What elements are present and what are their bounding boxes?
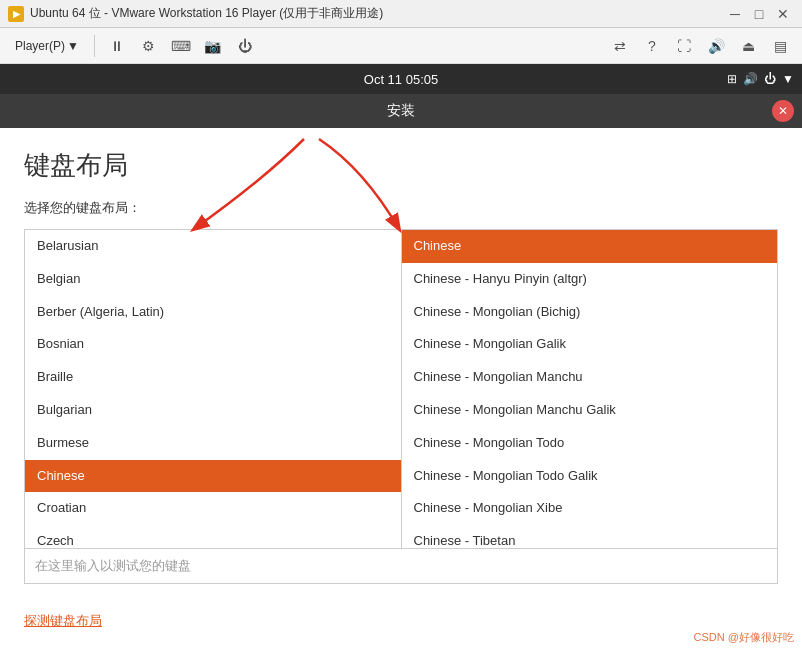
bottom-section: 探测键盘布局 (0, 604, 802, 638)
vmware-titlebar: ▶ Ubuntu 64 位 - VMware Workstation 16 Pl… (0, 0, 802, 28)
send-keys-button[interactable]: ⌨ (167, 32, 195, 60)
subtitle: 选择您的键盘布局： (24, 199, 778, 217)
layout-variant-item[interactable]: Chinese - Mongolian Todo (402, 427, 778, 460)
toolbar-separator (94, 35, 95, 57)
minimize-button[interactable]: ─ (724, 3, 746, 25)
vmware-icon: ▶ (8, 6, 24, 22)
layout-variant-item[interactable]: Chinese - Mongolian (Bichig) (402, 296, 778, 329)
layout-variant-list[interactable]: ChineseChinese - Hanyu Pinyin (altgr)Chi… (402, 230, 778, 548)
vm-settings-button[interactable]: ⚙ (135, 32, 163, 60)
vmware-title: Ubuntu 64 位 - VMware Workstation 16 Play… (30, 5, 724, 22)
list-item[interactable]: Braille (25, 361, 401, 394)
remote-button[interactable]: ⇄ (606, 32, 634, 60)
pause-button[interactable]: ⏸ (103, 32, 131, 60)
volume-icon[interactable]: 🔊 (743, 72, 758, 86)
vmware-toolbar: Player(P) ▼ ⏸ ⚙ ⌨ 📷 ⏻ ⇄ ? ⛶ 🔊 ⏏ ▤ (0, 28, 802, 64)
close-button[interactable]: ✕ (772, 3, 794, 25)
power-button[interactable]: ⏻ (231, 32, 259, 60)
layout-variant-item[interactable]: Chinese - Mongolian Todo Galik (402, 460, 778, 493)
page-title: 键盘布局 (24, 148, 778, 183)
usb-button[interactable]: ⏏ (734, 32, 762, 60)
player-menu[interactable]: Player(P) ▼ (8, 35, 86, 57)
dialog-title: 安装 (387, 102, 415, 120)
list-item[interactable]: Bulgarian (25, 394, 401, 427)
list-item[interactable]: Berber (Algeria, Latin) (25, 296, 401, 329)
system-time: Oct 11 05:05 (364, 72, 438, 87)
toolbar-right: ⇄ ? ⛶ 🔊 ⏏ ▤ (606, 32, 794, 60)
list-item[interactable]: Belgian (25, 263, 401, 296)
list-item[interactable]: Croatian (25, 492, 401, 525)
list-item[interactable]: Belarusian (25, 230, 401, 263)
system-tray: ⊞ 🔊 ⏻ ▼ (727, 72, 794, 86)
layout-variant-item[interactable]: Chinese - Tibetan (402, 525, 778, 548)
keyboard-layout-lists: BelarusianBelgianBerber (Algeria, Latin)… (24, 229, 778, 549)
keyboard-test-input[interactable]: 在这里输入以测试您的键盘 (24, 549, 778, 584)
watermark: CSDN @好像很好吃 (694, 630, 794, 645)
maximize-button[interactable]: □ (748, 3, 770, 25)
help-button[interactable]: ? (638, 32, 666, 60)
detect-keyboard-link[interactable]: 探测键盘布局 (24, 612, 102, 630)
layout-variant-list-items: ChineseChinese - Hanyu Pinyin (altgr)Chi… (402, 230, 778, 548)
list-item[interactable]: Czech (25, 525, 401, 548)
dialog-titlebar: 安装 ✕ (0, 94, 802, 128)
layout-variant-item[interactable]: Chinese - Mongolian Xibe (402, 492, 778, 525)
screenshot-button[interactable]: 📷 (199, 32, 227, 60)
dialog-close-button[interactable]: ✕ (772, 100, 794, 122)
window-controls: ─ □ ✕ (724, 3, 794, 25)
layout-variant-item[interactable]: Chinese - Mongolian Galik (402, 328, 778, 361)
audio-button[interactable]: 🔊 (702, 32, 730, 60)
ubuntu-topbar: Oct 11 05:05 ⊞ 🔊 ⏻ ▼ (0, 64, 802, 94)
layout-variant-item[interactable]: Chinese - Hanyu Pinyin (altgr) (402, 263, 778, 296)
language-list-items: BelarusianBelgianBerber (Algeria, Latin)… (25, 230, 401, 548)
sidebar-toggle[interactable]: ▤ (766, 32, 794, 60)
network-icon[interactable]: ⊞ (727, 72, 737, 86)
language-list[interactable]: BelarusianBelgianBerber (Algeria, Latin)… (25, 230, 402, 548)
list-item[interactable]: Burmese (25, 427, 401, 460)
layout-variant-item[interactable]: Chinese (402, 230, 778, 263)
dropdown-icon[interactable]: ▼ (782, 72, 794, 86)
list-item[interactable]: Chinese (25, 460, 401, 493)
player-label: Player(P) (15, 39, 65, 53)
layout-variant-item[interactable]: Chinese - Mongolian Manchu Galik (402, 394, 778, 427)
list-item[interactable]: Bosnian (25, 328, 401, 361)
layout-variant-item[interactable]: Chinese - Mongolian Manchu (402, 361, 778, 394)
test-input-placeholder: 在这里输入以测试您的键盘 (35, 558, 191, 573)
content-wrapper: 键盘布局 选择您的键盘布局： (0, 128, 802, 659)
power-icon[interactable]: ⏻ (764, 72, 776, 86)
player-dropdown-icon: ▼ (67, 39, 79, 53)
fullscreen-button[interactable]: ⛶ (670, 32, 698, 60)
main-content: 键盘布局 选择您的键盘布局： (0, 128, 802, 604)
